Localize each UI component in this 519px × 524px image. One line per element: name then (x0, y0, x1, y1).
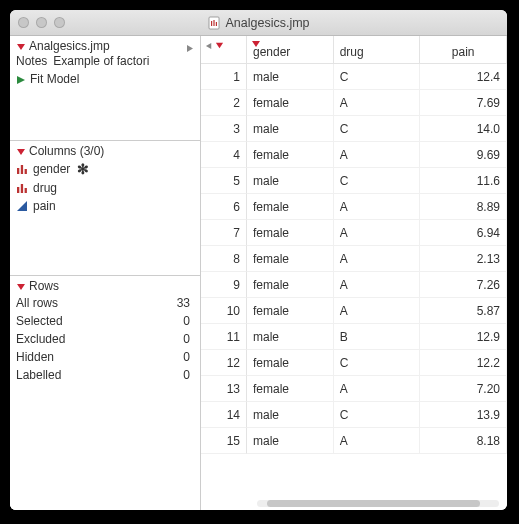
row-number[interactable]: 15 (201, 428, 247, 454)
table-row[interactable]: 14maleC13.9 (201, 402, 507, 428)
panel-menu-icon[interactable] (251, 38, 261, 48)
cell-drug[interactable]: C (334, 402, 421, 428)
panel-menu-icon[interactable] (215, 39, 224, 48)
cell-gender[interactable]: female (247, 220, 334, 246)
cell-pain[interactable]: 5.87 (420, 298, 507, 324)
cell-pain[interactable]: 2.13 (420, 246, 507, 272)
cell-pain[interactable]: 12.2 (420, 350, 507, 376)
row-number[interactable]: 7 (201, 220, 247, 246)
fit-model-script[interactable]: Fit Model (10, 70, 200, 90)
cell-gender[interactable]: male (247, 428, 334, 454)
table-row[interactable]: 10femaleA5.87 (201, 298, 507, 324)
cell-pain[interactable]: 12.4 (420, 64, 507, 90)
close-button[interactable] (18, 17, 29, 28)
row-number[interactable]: 13 (201, 376, 247, 402)
table-row[interactable]: 3maleC14.0 (201, 116, 507, 142)
zoom-button[interactable] (54, 17, 65, 28)
cell-gender[interactable]: female (247, 298, 334, 324)
cell-drug[interactable]: C (334, 116, 421, 142)
chevron-left-icon[interactable] (205, 39, 213, 47)
cell-pain[interactable]: 7.20 (420, 376, 507, 402)
cell-drug[interactable]: C (334, 350, 421, 376)
table-row[interactable]: 7femaleA6.94 (201, 220, 507, 246)
cell-drug[interactable]: A (334, 142, 421, 168)
column-header-gender[interactable]: gender (247, 36, 334, 64)
column-header-drug[interactable]: drug (334, 36, 421, 64)
cell-drug[interactable]: A (334, 272, 421, 298)
cell-drug[interactable]: A (334, 376, 421, 402)
cell-pain[interactable]: 11.6 (420, 168, 507, 194)
cell-gender[interactable]: female (247, 142, 334, 168)
column-item-pain[interactable]: pain (10, 197, 200, 215)
cell-gender[interactable]: male (247, 64, 334, 90)
cell-gender[interactable]: male (247, 168, 334, 194)
cell-gender[interactable]: female (247, 350, 334, 376)
columns-panel-header[interactable]: Columns (3/0) (10, 141, 200, 159)
rows-stat-selected[interactable]: Selected0 (10, 312, 200, 330)
row-number[interactable]: 12 (201, 350, 247, 376)
cell-pain[interactable]: 6.94 (420, 220, 507, 246)
chevron-right-icon[interactable] (185, 42, 194, 51)
row-number[interactable]: 3 (201, 116, 247, 142)
cell-pain[interactable]: 7.69 (420, 90, 507, 116)
cell-pain[interactable]: 14.0 (420, 116, 507, 142)
column-header-pain[interactable]: pain (420, 36, 507, 64)
row-number[interactable]: 14 (201, 402, 247, 428)
table-row[interactable]: 13femaleA7.20 (201, 376, 507, 402)
cell-drug[interactable]: B (334, 324, 421, 350)
table-row[interactable]: 4femaleA9.69 (201, 142, 507, 168)
cell-gender[interactable]: female (247, 194, 334, 220)
cell-drug[interactable]: C (334, 64, 421, 90)
cell-drug[interactable]: A (334, 246, 421, 272)
cell-drug[interactable]: A (334, 220, 421, 246)
titlebar[interactable]: Analgesics.jmp (10, 10, 507, 36)
row-number[interactable]: 11 (201, 324, 247, 350)
cell-pain[interactable]: 8.89 (420, 194, 507, 220)
panel-menu-icon[interactable] (16, 281, 26, 291)
rows-stat-excluded[interactable]: Excluded0 (10, 330, 200, 348)
rows-panel-header[interactable]: Rows (10, 276, 200, 294)
table-row[interactable]: 6femaleA8.89 (201, 194, 507, 220)
cell-pain[interactable]: 12.9 (420, 324, 507, 350)
rows-stat-hidden[interactable]: Hidden0 (10, 348, 200, 366)
cell-gender[interactable]: male (247, 324, 334, 350)
panel-menu-icon[interactable] (16, 146, 26, 156)
cell-gender[interactable]: male (247, 402, 334, 428)
row-number[interactable]: 1 (201, 64, 247, 90)
table-row[interactable]: 11maleB12.9 (201, 324, 507, 350)
row-number[interactable]: 6 (201, 194, 247, 220)
cell-gender[interactable]: female (247, 272, 334, 298)
minimize-button[interactable] (36, 17, 47, 28)
table-row[interactable]: 5maleC11.6 (201, 168, 507, 194)
cell-drug[interactable]: A (334, 90, 421, 116)
cell-drug[interactable]: C (334, 168, 421, 194)
table-row[interactable]: 12femaleC12.2 (201, 350, 507, 376)
grid-corner[interactable] (201, 36, 247, 64)
row-number[interactable]: 2 (201, 90, 247, 116)
rows-stat-labelled[interactable]: Labelled0 (10, 366, 200, 384)
table-row[interactable]: 2femaleA7.69 (201, 90, 507, 116)
panel-menu-icon[interactable] (16, 41, 26, 51)
cell-drug[interactable]: A (334, 194, 421, 220)
column-item-drug[interactable]: drug (10, 179, 200, 197)
cell-gender[interactable]: male (247, 116, 334, 142)
horizontal-scrollbar[interactable] (201, 496, 507, 510)
cell-gender[interactable]: female (247, 90, 334, 116)
cell-gender[interactable]: female (247, 376, 334, 402)
table-row[interactable]: 9femaleA7.26 (201, 272, 507, 298)
row-number[interactable]: 9 (201, 272, 247, 298)
row-number[interactable]: 5 (201, 168, 247, 194)
cell-gender[interactable]: female (247, 246, 334, 272)
cell-pain[interactable]: 7.26 (420, 272, 507, 298)
table-row[interactable]: 15maleA8.18 (201, 428, 507, 454)
table-row[interactable]: 8femaleA2.13 (201, 246, 507, 272)
row-number[interactable]: 8 (201, 246, 247, 272)
cell-pain[interactable]: 9.69 (420, 142, 507, 168)
cell-drug[interactable]: A (334, 428, 421, 454)
cell-pain[interactable]: 13.9 (420, 402, 507, 428)
row-number[interactable]: 4 (201, 142, 247, 168)
rows-stat-all-rows[interactable]: All rows33 (10, 294, 200, 312)
row-number[interactable]: 10 (201, 298, 247, 324)
info-panel-header[interactable]: Analgesics.jmp (10, 36, 200, 54)
cell-drug[interactable]: A (334, 298, 421, 324)
